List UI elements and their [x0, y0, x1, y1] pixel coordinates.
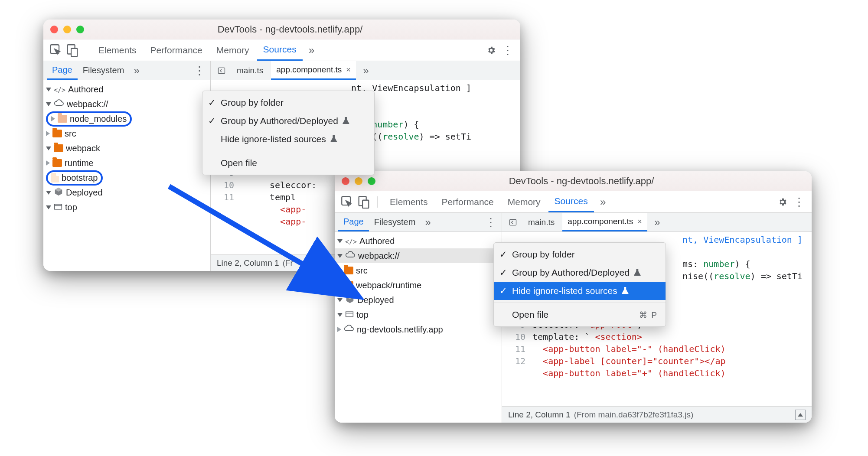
kebab-menu-icon[interactable]: [500, 43, 515, 58]
more-subtabs-icon[interactable]: [421, 215, 435, 230]
file-tab-main[interactable]: main.ts: [232, 61, 268, 80]
subtab-page[interactable]: Page: [47, 61, 78, 80]
tab-elements[interactable]: Elements: [384, 191, 434, 212]
minimize-window-button[interactable]: [355, 177, 362, 185]
svg-rect-11: [346, 312, 353, 317]
file-tab-main[interactable]: main.ts: [523, 213, 560, 231]
subtab-filesystem[interactable]: Filesystem: [369, 213, 421, 231]
page-pane-menu-icon[interactable]: [483, 215, 498, 230]
titlebar: DevTools - ng-devtools.netlify.app/: [43, 20, 520, 39]
menu-hide-ignored[interactable]: Hide ignore-listed sources: [494, 282, 666, 300]
tab-sources[interactable]: Sources: [257, 39, 303, 61]
menu-group-by-authored[interactable]: Group by Authored/Deployed: [202, 112, 374, 130]
settings-icon[interactable]: [775, 195, 790, 209]
navigator-tree: Authored webpack:// node_modules src web…: [43, 80, 211, 271]
tab-performance[interactable]: Performance: [144, 39, 209, 61]
window-title: DevTools - ng-devtools.netlify.app/: [384, 176, 805, 187]
devtools-window-after: DevTools - ng-devtools.netlify.app/ Elem…: [335, 171, 812, 423]
status-bar: Line 2, Column 1 (From main.da63f7b2fe3f…: [502, 406, 812, 423]
close-window-button[interactable]: [342, 177, 349, 185]
tree-top[interactable]: top: [335, 307, 502, 322]
svg-rect-2: [71, 48, 77, 56]
svg-rect-4: [55, 204, 62, 209]
tree-domain[interactable]: ng-devtools.netlify.app: [335, 322, 502, 337]
sources-subbar: Page Filesystem main.ts app.component.ts…: [43, 61, 520, 80]
tree-webpack-scheme[interactable]: webpack://: [335, 248, 502, 263]
context-menu: Group by folder Group by Authored/Deploy…: [202, 91, 375, 175]
inspect-icon[interactable]: [340, 195, 355, 209]
tree-deployed[interactable]: Deployed: [335, 293, 502, 307]
menu-hide-ignored[interactable]: Hide ignore-listed sources: [202, 130, 374, 148]
window-title: DevTools - ng-devtools.netlify.app/: [93, 24, 513, 35]
menu-group-by-folder[interactable]: Group by folder: [202, 94, 374, 112]
tree-authored[interactable]: Authored: [335, 234, 502, 248]
more-file-tabs-icon[interactable]: [359, 63, 373, 78]
file-tab-app-component[interactable]: app.component.ts ×: [562, 213, 647, 231]
tab-sources[interactable]: Sources: [548, 191, 594, 212]
tab-memory[interactable]: Memory: [502, 191, 547, 212]
menu-group-by-folder[interactable]: Group by folder: [494, 245, 666, 264]
cursor-position: Line 2, Column 1: [217, 258, 279, 268]
device-toggle-icon[interactable]: [356, 195, 371, 209]
tree-authored[interactable]: Authored: [43, 82, 210, 97]
more-file-tabs-icon[interactable]: [650, 215, 665, 230]
close-tab-icon[interactable]: ×: [346, 65, 351, 75]
context-menu: Group by folder Group by Authored/Deploy…: [493, 242, 666, 327]
tree-webpack-runtime[interactable]: webpack/runtime: [335, 278, 502, 293]
file-nav-prev-icon[interactable]: [506, 215, 520, 230]
sources-subbar: Page Filesystem main.ts app.component.ts…: [335, 213, 812, 232]
tree-webpack[interactable]: webpack: [43, 141, 210, 156]
maximize-window-button[interactable]: [76, 26, 84, 33]
file-tab-app-component[interactable]: app.component.ts ×: [271, 61, 356, 80]
page-pane-menu-icon[interactable]: [192, 63, 207, 78]
device-toggle-icon[interactable]: [65, 43, 80, 58]
tree-top[interactable]: top: [43, 200, 210, 215]
svg-rect-9: [362, 200, 369, 208]
tab-elements[interactable]: Elements: [92, 39, 143, 61]
subtab-filesystem[interactable]: Filesystem: [78, 61, 130, 80]
minimize-window-button[interactable]: [63, 26, 71, 33]
menu-group-by-authored[interactable]: Group by Authored/Deployed: [494, 264, 666, 282]
tab-performance[interactable]: Performance: [436, 191, 500, 212]
menu-open-file[interactable]: Open file⌘ P: [494, 306, 666, 324]
more-tabs-icon[interactable]: [304, 43, 319, 58]
more-subtabs-icon[interactable]: [129, 63, 144, 78]
sourcemap-link[interactable]: main.da63f7b2fe3f1fa3.js: [598, 410, 691, 419]
cursor-position: Line 2, Column 1: [508, 410, 571, 420]
tree-src[interactable]: src: [43, 126, 210, 141]
maximize-window-button[interactable]: [368, 177, 375, 185]
tree-runtime[interactable]: runtime: [43, 156, 210, 170]
file-nav-prev-icon[interactable]: [214, 63, 229, 78]
svg-rect-3: [219, 68, 225, 73]
close-window-button[interactable]: [50, 26, 58, 33]
menu-open-file[interactable]: Open file: [202, 154, 374, 172]
titlebar: DevTools - ng-devtools.netlify.app/: [335, 171, 812, 191]
tree-deployed[interactable]: Deployed: [43, 185, 210, 200]
tab-memory[interactable]: Memory: [210, 39, 255, 61]
tree-node-modules[interactable]: node_modules: [43, 111, 210, 126]
svg-rect-10: [510, 219, 516, 225]
tree-src[interactable]: src: [335, 263, 502, 278]
kebab-menu-icon[interactable]: [792, 195, 806, 209]
more-tabs-icon[interactable]: [596, 195, 610, 209]
collapse-drawer-icon[interactable]: [795, 410, 806, 420]
settings-icon[interactable]: [484, 43, 499, 58]
inspect-icon[interactable]: [49, 43, 63, 58]
close-tab-icon[interactable]: ×: [637, 217, 642, 226]
tree-bootstrap[interactable]: bootstrap: [43, 170, 210, 185]
subtab-page[interactable]: Page: [338, 213, 369, 231]
tree-webpack-scheme[interactable]: webpack://: [43, 97, 210, 111]
main-toolbar: Elements Performance Memory Sources: [43, 39, 520, 61]
main-toolbar: Elements Performance Memory Sources: [335, 191, 812, 213]
navigator-tree: Authored webpack:// src webpack/runtime …: [335, 232, 502, 423]
